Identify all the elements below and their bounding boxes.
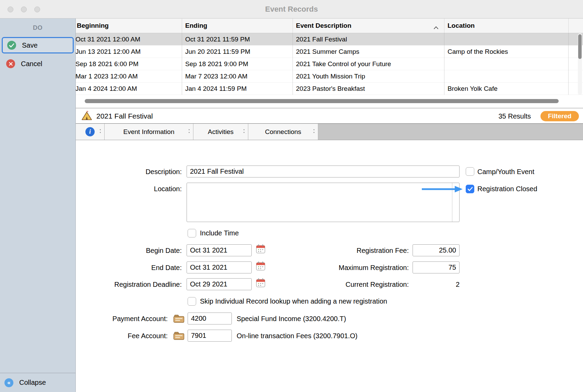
- event-table-header: Beginning Ending Event Description Locat…: [76, 19, 583, 33]
- description-input[interactable]: [187, 166, 460, 177]
- location-field-wrap: [187, 183, 460, 222]
- cell-location: [444, 70, 569, 82]
- window-title: Event Records: [0, 0, 583, 19]
- results-count: 35 Results: [499, 108, 531, 124]
- event-records-window: Event Records DO Save Cancel « Collapse …: [0, 0, 583, 392]
- sidebar-header: DO: [0, 24, 75, 32]
- tab-connections-label: Connections: [265, 128, 301, 136]
- registration-closed-label: Registration Closed: [477, 183, 537, 195]
- cell-ending: Sep 18 2021 9:00 PM: [182, 58, 293, 70]
- cell-description: 2021 Take Control of your Future: [293, 58, 444, 70]
- close-window-button[interactable]: [8, 7, 13, 12]
- registration-deadline-input[interactable]: [187, 278, 252, 290]
- begin-date-calendar-icon[interactable]: [256, 244, 265, 255]
- column-header-event-description-label: Event Description: [296, 22, 352, 29]
- cell-beginning: Jan 4 2024 12:00 AM: [76, 83, 182, 95]
- column-header-beginning[interactable]: Beginning: [76, 19, 182, 33]
- skip-lookup-checkbox[interactable]: [188, 297, 196, 306]
- tab-handle-dots-icon: [189, 129, 190, 133]
- cell-beginning: Mar 1 2023 12:00 AM: [76, 70, 182, 82]
- column-header-location-label: Location: [448, 22, 475, 29]
- table-row[interactable]: Jun 13 2021 12:00 AM Jun 20 2021 11:59 P…: [76, 46, 583, 58]
- description-label: Description:: [82, 166, 182, 177]
- tab-activities[interactable]: Activities: [193, 124, 248, 140]
- save-button-label: Save: [22, 41, 38, 49]
- cell-location: Camp of the Rockies: [444, 46, 569, 58]
- table-row[interactable]: Oct 31 2021 12:00 AM Oct 31 2021 11:59 P…: [76, 33, 583, 46]
- zoom-window-button[interactable]: [34, 7, 40, 12]
- payment-account-input[interactable]: [188, 313, 232, 324]
- check-icon: [7, 41, 16, 50]
- check-icon: [467, 187, 473, 191]
- collapse-button[interactable]: « Collapse: [0, 373, 75, 392]
- cell-location: Broken Yolk Cafe: [444, 83, 569, 95]
- minimize-window-button[interactable]: [21, 7, 27, 12]
- table-row[interactable]: Jan 4 2024 12:00 AM Jan 4 2024 11:59 PM …: [76, 83, 583, 95]
- cell-beginning: Oct 31 2021 12:00 AM: [76, 33, 182, 45]
- registration-closed-checkbox[interactable]: [466, 185, 474, 193]
- end-date-calendar-icon[interactable]: [256, 261, 265, 272]
- save-button[interactable]: Save: [2, 37, 74, 53]
- fee-account-input[interactable]: [188, 330, 232, 342]
- payment-account-lookup-icon[interactable]: [173, 314, 185, 324]
- cell-ending: Jan 4 2024 11:59 PM: [182, 83, 293, 95]
- table-row[interactable]: Sep 18 2021 6:00 PM Sep 18 2021 9:00 PM …: [76, 58, 583, 70]
- record-title: 2021 Fall Festival: [96, 112, 153, 120]
- end-date-input[interactable]: [187, 261, 252, 273]
- tab-handle-dots-icon: [313, 129, 314, 133]
- column-header-ending-label: Ending: [185, 22, 207, 29]
- info-icon: i: [85, 127, 95, 136]
- do-sidebar: DO Save Cancel « Collapse: [0, 19, 76, 392]
- column-header-event-description[interactable]: Event Description: [293, 19, 444, 33]
- filtered-badge[interactable]: Filtered: [540, 111, 579, 121]
- tab-connections[interactable]: Connections: [248, 124, 318, 140]
- vertical-scrollbar-track: [578, 33, 582, 95]
- cell-beginning: Jun 13 2021 12:00 AM: [76, 46, 182, 58]
- camp-youth-event-checkbox[interactable]: [466, 167, 474, 176]
- registration-deadline-calendar-icon[interactable]: [256, 278, 265, 289]
- column-header-location[interactable]: Location: [444, 19, 569, 33]
- registration-fee-input[interactable]: [413, 244, 460, 256]
- location-label: Location:: [82, 183, 182, 195]
- registration-deadline-label: Registration Deadline:: [82, 279, 182, 290]
- event-table: Oct 31 2021 12:00 AM Oct 31 2021 11:59 P…: [76, 33, 583, 95]
- sort-ascending-icon: [433, 24, 439, 31]
- cell-ending: Mar 7 2023 12:00 AM: [182, 70, 293, 82]
- fee-account-label: Fee Account:: [69, 330, 168, 342]
- cell-beginning: Sep 18 2021 6:00 PM: [76, 58, 182, 70]
- current-registration-label: Current Registration:: [292, 279, 409, 290]
- current-registration-value: 2: [413, 279, 460, 290]
- x-icon: [6, 59, 15, 68]
- column-header-ending[interactable]: Ending: [182, 19, 293, 33]
- begin-date-input[interactable]: [187, 244, 252, 256]
- tab-event-information[interactable]: Event Information: [105, 124, 193, 140]
- maximum-registration-input[interactable]: [413, 261, 460, 273]
- cancel-button[interactable]: Cancel: [2, 56, 74, 72]
- vertical-scrollbar[interactable]: [578, 34, 582, 59]
- registration-fee-label: Registration Fee:: [292, 245, 409, 256]
- info-tab[interactable]: i: [76, 124, 105, 140]
- record-header-bar: 2021 Fall Festival 35 Results Filtered: [76, 108, 583, 124]
- collapse-button-label: Collapse: [19, 379, 46, 387]
- begin-date-label: Begin Date:: [82, 245, 182, 256]
- table-row[interactable]: Mar 1 2023 12:00 AM Mar 7 2023 12:00 AM …: [76, 70, 583, 83]
- annotation-arrow-icon: [421, 185, 463, 193]
- tab-event-information-label: Event Information: [123, 128, 175, 136]
- title-bar: Event Records: [0, 0, 583, 19]
- cell-description: 2021 Summer Camps: [293, 46, 444, 58]
- column-header-beginning-label: Beginning: [77, 22, 109, 29]
- include-time-checkbox[interactable]: [188, 229, 196, 237]
- horizontal-scrollbar[interactable]: [85, 99, 559, 103]
- tab-handle-dots-icon: [243, 129, 245, 133]
- location-textarea[interactable]: [187, 183, 459, 222]
- camp-youth-event-label: Camp/Youth Event: [477, 166, 534, 177]
- skip-lookup-label: Skip Individual Record lookup when addin…: [200, 295, 387, 307]
- cancel-button-label: Cancel: [21, 60, 42, 68]
- cell-description: 2021 Fall Festival: [293, 33, 444, 45]
- tent-icon: [81, 110, 92, 122]
- cell-description: 2021 Youth Mission Trip: [293, 70, 444, 82]
- payment-account-description: Special Fund Income (3200.4200.T): [237, 313, 346, 324]
- fee-account-description: On-line transaction Fees (3200.7901.O): [237, 330, 357, 342]
- cell-ending: Jun 20 2021 11:59 PM: [182, 46, 293, 58]
- fee-account-lookup-icon[interactable]: [173, 331, 185, 342]
